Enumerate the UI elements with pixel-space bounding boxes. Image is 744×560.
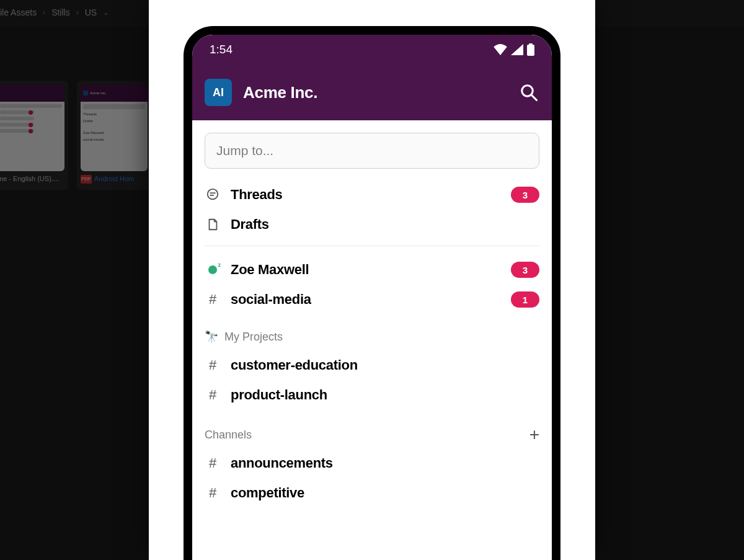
hash-icon: # bbox=[205, 291, 221, 308]
dm-item-zoe[interactable]: Zoe Maxwell 3 bbox=[205, 255, 539, 285]
threads-icon bbox=[205, 188, 221, 202]
nav-threads[interactable]: Threads 3 bbox=[205, 180, 539, 210]
section-my-projects[interactable]: 🔭 My Projects bbox=[205, 323, 539, 350]
svg-line-3 bbox=[531, 95, 537, 100]
battery-icon bbox=[527, 43, 534, 56]
nav-label: Drafts bbox=[231, 216, 539, 233]
status-bar: 1:54 bbox=[192, 35, 552, 64]
preview-modal: 1:54 AI Acme Inc bbox=[149, 0, 595, 560]
hash-icon: # bbox=[205, 357, 221, 373]
dm-label: Zoe Maxwell bbox=[231, 262, 501, 278]
unread-badge: 1 bbox=[511, 291, 539, 308]
hash-icon: # bbox=[205, 387, 221, 403]
jump-to-input[interactable]: Jump to... bbox=[205, 133, 539, 169]
unread-badge: 3 bbox=[511, 187, 539, 203]
add-channel-button[interactable]: + bbox=[529, 426, 539, 443]
channel-item-social-media[interactable]: # social-media 1 bbox=[205, 285, 539, 314]
svg-point-4 bbox=[208, 189, 218, 200]
status-time: 1:54 bbox=[210, 43, 232, 56]
channel-label: announcements bbox=[231, 455, 539, 471]
svg-rect-0 bbox=[527, 45, 534, 56]
drafts-icon bbox=[205, 218, 221, 231]
phone-frame: 1:54 AI Acme Inc bbox=[184, 26, 560, 560]
search-icon bbox=[520, 83, 538, 102]
workspace-header: AI Acme Inc. bbox=[192, 64, 552, 120]
nav-drafts[interactable]: Drafts bbox=[205, 210, 539, 239]
channel-item-competitive[interactable]: # competitive bbox=[205, 478, 539, 508]
jump-to-placeholder: Jump to... bbox=[216, 143, 273, 158]
workspace-logo[interactable]: AI bbox=[205, 79, 232, 106]
channel-label: customer-education bbox=[231, 357, 539, 373]
wifi-icon bbox=[494, 44, 507, 55]
divider bbox=[205, 246, 539, 246]
unread-badge: 3 bbox=[511, 262, 539, 278]
channel-label: competitive bbox=[231, 485, 539, 501]
hash-icon: # bbox=[205, 485, 221, 501]
hash-icon: # bbox=[205, 455, 221, 471]
section-label: Channels bbox=[205, 429, 523, 442]
workspace-title[interactable]: Acme Inc. bbox=[243, 83, 507, 102]
presence-away-icon bbox=[205, 265, 221, 274]
section-channels[interactable]: Channels + bbox=[205, 421, 539, 448]
channel-item-announcements[interactable]: # announcements bbox=[205, 448, 539, 478]
cellular-icon bbox=[511, 44, 523, 55]
channel-item-product-launch[interactable]: # product-launch bbox=[205, 380, 539, 410]
home-body: Jump to... Threads 3 Drafts bbox=[192, 120, 552, 508]
channel-item-customer-education[interactable]: # customer-education bbox=[205, 350, 539, 380]
channel-label: social-media bbox=[231, 291, 501, 308]
channel-label: product-launch bbox=[231, 387, 539, 403]
telescope-icon: 🔭 bbox=[205, 330, 218, 344]
svg-rect-1 bbox=[529, 43, 533, 45]
section-label: My Projects bbox=[224, 331, 539, 344]
nav-label: Threads bbox=[231, 187, 501, 203]
search-button[interactable] bbox=[518, 82, 539, 103]
